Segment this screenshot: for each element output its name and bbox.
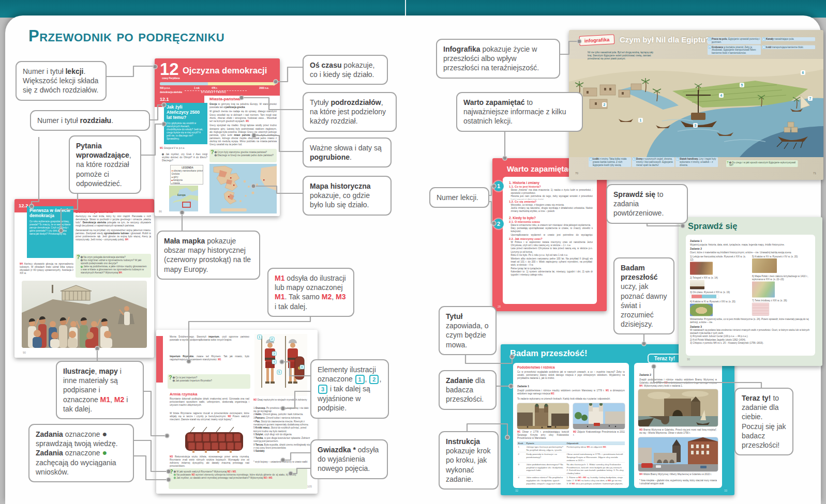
chapter-ribbon	[156, 336, 163, 383]
callout-infographic: Infografika pokazuje życie w przeszłości…	[436, 39, 560, 79]
method-heading: Podobieństwo i różnica	[517, 365, 555, 369]
chapter-intro-box: Jak żyli Ateńczycy 2500 lat temu? Czy gd…	[164, 103, 207, 144]
question-mark-icon: ?	[170, 469, 173, 475]
lesson-number-circle: 2	[493, 219, 504, 229]
page-number: 28	[498, 305, 501, 308]
review-title: Warto zapamiętać	[507, 164, 573, 173]
page-number: 70	[575, 172, 578, 175]
lesson-number: 12	[160, 59, 179, 79]
body-text: W bitwie Rzymianie najpierw rzucali w pr…	[170, 411, 249, 424]
callout-material-refs: M1 odsyła do ilustracji lub mapy oznaczo…	[267, 268, 354, 317]
page-number: 86	[159, 210, 162, 213]
background-band	[0, 0, 826, 18]
gdansk-gate-painting	[638, 389, 718, 426]
callout-lesson-no: Numer lekcji.	[429, 187, 489, 208]
callout-illustrations: Ilustracje, mapy i inne materiały są pod…	[56, 361, 144, 419]
research-card-left: Podobieństwo i różnica Co w przeszłości …	[513, 363, 629, 488]
review-heading: 2. Kiedy to było?	[509, 216, 593, 220]
minipage-badam-przeszlosc: Badam przeszłość! Podobieństwo i różnica…	[501, 344, 734, 495]
timeline-tick: 500 p.n.e.	[160, 87, 171, 89]
testudo-illustration	[182, 424, 246, 453]
teraz-ty-badge: Teraz ty!	[648, 354, 682, 363]
illustration-caption: M2 Dwaj mężczyźni w strojach rzymskich ż…	[253, 398, 311, 405]
map-question: ? 1 Jak myślisz, czy Grek z Aten mógł sz…	[162, 152, 207, 164]
minipage-roman-army: Morza Śródziemnego. Stworzyli imperium, …	[156, 330, 318, 494]
question-box: ? 1 Na czym polegała demokracja ateńska?…	[76, 254, 151, 278]
callout-tasks: Zadania oznaczone ● sprawdzają twoją wie…	[28, 424, 134, 482]
svg-text:3: 3	[695, 124, 697, 127]
callout-bold-words: Ważne słowa i daty są pogrubione.	[303, 138, 392, 167]
callout-warto: Warto zapamiętać to najważniejsze inform…	[456, 92, 583, 132]
callout-historical-map: Mapa historyczna pokazuje, co gdzie było…	[303, 176, 392, 216]
body-text: Imperium Rzymskie, zwane też Rzymem. Tak…	[170, 355, 249, 372]
timeline-marker: czasy Peryklesa	[162, 77, 180, 80]
section-heading: Miasta-państwa	[209, 97, 241, 101]
callout-sprawdz: Sprawdź się to zadania powtórzeniowe.	[606, 184, 688, 224]
callout-lesson-number: Numer i tytuł lekcji. Większość lekcji s…	[16, 61, 107, 101]
lesson-header: 12 Ojczyzna demokracji czasy Peryklesa 5…	[155, 58, 280, 96]
svg-text:4: 4	[720, 94, 723, 97]
callout-instruction: Instrukcja pokazuje krok po kroku, jak w…	[439, 431, 499, 490]
callout-illustration-elements: Elementy ilustracji oznaczone 1, 2, 3 i …	[310, 359, 389, 419]
review-heading: 1. Historia i zmiany	[509, 181, 593, 185]
body-text: Morza Śródziemnego. Stworzyli imperium, …	[170, 335, 249, 354]
greece-map	[209, 164, 277, 213]
callout-chapter-number: Numer i tytuł rozdziału.	[30, 110, 150, 131]
question-box: ? 1 Czym były starożytne greckie miasta-…	[209, 149, 277, 162]
question-mark-icon: ?	[211, 149, 214, 155]
page-number: 32	[515, 489, 518, 492]
thumbnail-krakow-xv	[752, 258, 777, 273]
numbered-chip: 3Statek handlowy. Liny i żagiel były wyk…	[675, 157, 718, 167]
warsaw-2011-photo	[573, 403, 625, 429]
callout-intro-questions: Pytania wprowadzające, na które rozdział…	[69, 135, 141, 194]
thumbnail-school-drawing	[690, 262, 713, 274]
infographic-badge: infografika	[579, 34, 615, 46]
svg-text:2: 2	[604, 103, 606, 106]
infographic-callout-chips-top: 4Praca na polu. Egipcjanie uprawiali psz…	[708, 37, 819, 55]
timeline-tick: 476 r.	[212, 87, 218, 89]
minipage-lesson-12-2: 12.2 Pierwsza w świecie demokracja Co ro…	[14, 199, 154, 358]
thumbnail-timeline	[690, 295, 719, 299]
chapter-intro: Czy gdybyście się urodzili w starożytnyc…	[167, 121, 205, 141]
gdansk-gate-photo	[638, 437, 718, 471]
map-caption: M1 Grecja w V w. p.n.e.	[160, 146, 207, 151]
map-legend: LEGENDA obszary zamieszkane przez Greków…	[170, 165, 203, 185]
roman-soldiers-illustration: 1 2 3 4 5 8	[254, 334, 307, 396]
thumbnail-telegraph	[690, 280, 704, 289]
page-number: 90	[23, 351, 26, 354]
page-title: Przewodnik po podręczniku	[28, 27, 224, 45]
section-text: Grecja to górzysty kraj na południu Euro…	[209, 102, 277, 148]
infographic-question: ? 1 Do czego i w jaki sposób starożytni …	[726, 160, 798, 167]
lesson-title: Ojczyzna demokracji	[183, 66, 267, 75]
research-card-right: Zadanie 2 Znajdź podobieństwa i różnice …	[634, 363, 722, 488]
numbered-chip: 1Łódki z trzciny. Taką łódkę miała prawi…	[589, 157, 631, 167]
svg-text:5: 5	[741, 83, 743, 87]
timeline-bar	[160, 82, 275, 85]
svg-text:1: 1	[640, 118, 642, 122]
page-number: 71	[813, 172, 816, 175]
timeline-tick: 2000 n.e.	[259, 87, 269, 89]
chapter-intro-box: Pierwsza w świecie demokracja Co roku wy…	[27, 206, 73, 258]
chapter-title: Jak żyli Ateńczycy 2500 lat temu?	[167, 105, 205, 120]
infographic-callout-chips-bottom: 1Łódki z trzciny. Taką łódkę miała prawi…	[589, 157, 723, 167]
page-number: 105	[307, 485, 312, 488]
warsaw-1778-painting	[517, 403, 569, 429]
callout-task: Zadanie dla badacza przeszłości.	[439, 370, 497, 410]
page-number: 30	[687, 358, 690, 361]
numbered-chip: 2Domy z suszonych cegieł, drewna, trzcin…	[632, 157, 674, 167]
infographic-title: Czym był Nil dla Egiptu?	[620, 35, 710, 44]
lesson-number-circle: 1	[493, 181, 504, 191]
section-heading: Armia rzymska	[170, 392, 197, 396]
tasks-card: Zadanie 1 Wyjaśnij pojęcia: historia, da…	[686, 235, 815, 356]
question-mark-icon: ?	[727, 161, 729, 164]
section-text: Ateńczycy nie mieli króla, który by nimi…	[76, 215, 151, 252]
callout-star: Gwiazdka * odsyła do wyjaśnienia nowego …	[310, 439, 388, 479]
equipment-list: 1 Oszczep. Po przebiciu tarczy zaginał s…	[253, 406, 311, 458]
numbered-chip: 7Łódź transportująca kamienne bloki.	[762, 45, 815, 49]
illustration-caption: M3 Rekonstrukcja szyku żółwia, stosowane…	[170, 455, 249, 467]
research-title: Badam przeszłość!	[510, 348, 587, 358]
book-spine-line	[405, 0, 406, 18]
question-box: ? 1 Co to jest imperium?2 Jak powstało I…	[168, 374, 250, 389]
minipage-warto-zapamietac: Warto zapamiętać 1. Historia i zmiany 1.…	[492, 158, 607, 311]
steps-table: Krok Pytanie Odpowiedź 1Jakiego typu ilu…	[517, 441, 625, 485]
